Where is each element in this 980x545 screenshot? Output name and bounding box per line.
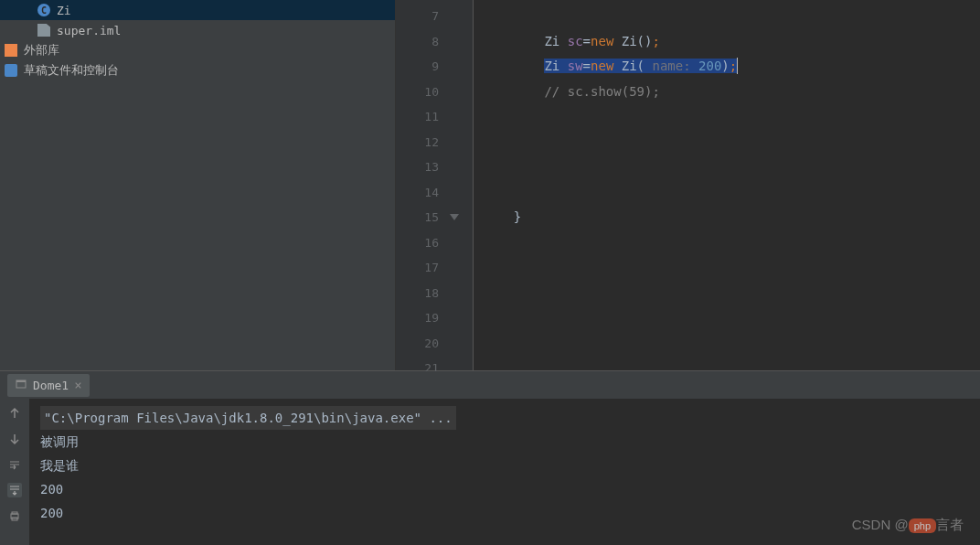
- class-icon: C: [37, 3, 51, 17]
- run-config-icon: [15, 378, 27, 393]
- code-line-19: [483, 305, 980, 331]
- console-tab[interactable]: Dome1 ×: [7, 374, 90, 397]
- console-toolbar: [0, 399, 29, 545]
- code-line-7: [483, 4, 980, 29]
- tree-item-class[interactable]: C Zi: [0, 0, 395, 20]
- down-arrow-icon[interactable]: [7, 432, 22, 446]
- tree-item-external-libs[interactable]: 外部库: [0, 40, 395, 60]
- code-line-13: [483, 155, 980, 180]
- code-line-15: }: [483, 205, 980, 230]
- output-line: 200: [40, 477, 969, 501]
- run-console: Dome1 × "C:\Program Files\Java\jdk1.8.0_…: [0, 370, 980, 545]
- code-line-17: [483, 255, 980, 281]
- output-line: "C:\Program Files\Java\jdk1.8.0_291\bin\…: [40, 406, 456, 430]
- up-arrow-icon[interactable]: [7, 406, 22, 421]
- code-line-8: Zi sc=new Zi();: [483, 29, 980, 55]
- code-line-18: [483, 281, 980, 306]
- tree-item-label: 外部库: [24, 42, 59, 59]
- svg-rect-3: [12, 512, 17, 514]
- code-line-9: Zi sw=new Zi( name: 200);: [483, 54, 980, 80]
- fold-marker-icon[interactable]: [450, 212, 459, 221]
- svg-rect-1: [16, 380, 26, 382]
- code-line-14: [483, 180, 980, 206]
- tree-item-file[interactable]: super.iml: [0, 20, 395, 40]
- watermark: CSDN @php言者: [852, 517, 964, 534]
- lib-icon: [4, 43, 18, 58]
- tree-item-label: 草稿文件和控制台: [24, 62, 119, 79]
- output-line: 被调用: [40, 430, 969, 454]
- code-content[interactable]: Zi sc=new Zi(); Zi sw=new Zi( name: 200)…: [474, 0, 980, 370]
- tree-item-label: super.iml: [57, 24, 121, 37]
- project-sidebar: C Zi super.iml 外部库 草稿文件和控制台: [0, 0, 396, 370]
- code-editor[interactable]: 789101112131415161718192021 Zi sc=new Zi…: [396, 0, 980, 370]
- output-line: 我是谁: [40, 454, 969, 477]
- code-line-11: [483, 104, 980, 130]
- print-icon[interactable]: [7, 508, 22, 523]
- fold-column: [446, 0, 474, 370]
- file-icon: [37, 23, 51, 37]
- code-line-16: [483, 230, 980, 256]
- console-tabs-bar: Dome1 ×: [0, 371, 980, 399]
- soft-wrap-icon[interactable]: [7, 457, 22, 472]
- code-line-12: [483, 130, 980, 155]
- code-line-10: // sc.show(59);: [483, 80, 980, 105]
- output-line: 200: [40, 501, 969, 525]
- tree-item-label: Zi: [57, 4, 71, 17]
- console-tab-label: Dome1: [33, 379, 69, 392]
- line-number-gutter: 789101112131415161718192021: [396, 0, 446, 370]
- scratch-icon: [4, 63, 18, 78]
- scroll-end-icon[interactable]: [7, 483, 22, 497]
- code-line-20: [483, 331, 980, 357]
- close-icon[interactable]: ×: [74, 378, 81, 392]
- tree-item-scratches[interactable]: 草稿文件和控制台: [0, 60, 395, 80]
- console-output[interactable]: "C:\Program Files\Java\jdk1.8.0_291\bin\…: [29, 399, 980, 545]
